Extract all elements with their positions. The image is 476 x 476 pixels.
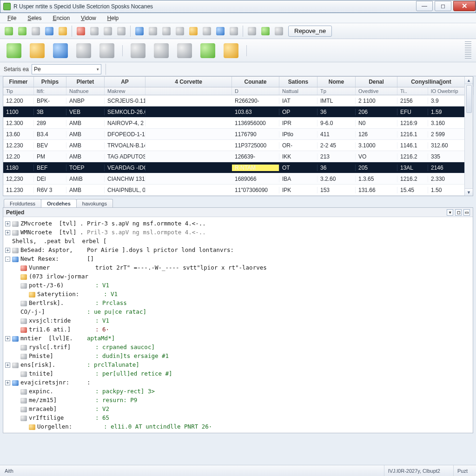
print-button[interactable] — [228, 25, 240, 37]
tree-node[interactable]: mracaeb] : V2 — [5, 404, 469, 413]
tree-node[interactable]: -Newt Resex: [] — [5, 254, 469, 263]
tree-node[interactable]: xvsjcl:tride : V1 — [5, 316, 469, 325]
tree-twisty-icon[interactable]: + — [5, 380, 10, 385]
flash-button[interactable] — [57, 25, 69, 37]
list-button[interactable] — [147, 25, 159, 37]
detail-dropdown-button[interactable]: ▾ — [447, 209, 453, 216]
toolbar-grip[interactable] — [465, 41, 471, 60]
table-row[interactable]: 12.300289AMBNAIROVP-4, 21136956000IPR9-6… — [3, 118, 473, 129]
table-row[interactable]: 13.60B3.4AMBDFOPEOD-1-1281176790IPtlo411… — [3, 129, 473, 140]
drive-button[interactable] — [175, 41, 194, 60]
close-button[interactable]: ✕ — [453, 1, 476, 11]
archive-button[interactable] — [43, 25, 55, 37]
menu-encion[interactable]: Encion — [48, 14, 74, 22]
tab-havokungs[interactable]: havokungs — [76, 199, 113, 207]
save-button[interactable] — [30, 25, 42, 37]
table-row[interactable]: 11.230R6V 3AMBCHAIPNBUL, 0-1·211"0730609… — [3, 185, 473, 196]
col-prhips[interactable]: Prhips — [34, 77, 66, 87]
table-row[interactable]: 12.20PMAMBTAG ADPUTOS-P1G126639-IKK213VO… — [3, 151, 473, 162]
user-button[interactable] — [74, 41, 93, 60]
tree-node[interactable]: +ens[risk]. : prclTalunate] — [5, 360, 469, 369]
maximize-button[interactable]: ◻ — [435, 1, 451, 11]
home-button[interactable] — [115, 25, 127, 37]
col-counate[interactable]: Counate — [232, 77, 279, 87]
minimize-button[interactable]: — — [416, 1, 433, 11]
tree-node[interactable]: tri1.6 ati.] : 6· — [5, 325, 469, 334]
menu-vidow[interactable]: Vidow — [76, 14, 100, 22]
table-row[interactable]: 12.200BPK-ANBPSCRJEUS-0.11*R266290-IATIM… — [3, 95, 473, 106]
refresh-button[interactable] — [187, 25, 199, 37]
table-row[interactable]: 11003BVEBSEMKOLD-26.C103.63OP36206EFU1.5… — [3, 106, 473, 118]
col-ap[interactable]: AP — [105, 77, 145, 87]
tree-node[interactable]: +evajciretsjnr: : — [5, 378, 469, 387]
flag-button[interactable] — [75, 25, 87, 37]
menu-help[interactable]: Help — [103, 14, 124, 22]
vertical-scrollbar[interactable]: ▲ ▼ — [464, 77, 473, 196]
col-denal[interactable]: Denal — [356, 77, 397, 87]
tree-twisty-icon[interactable]: + — [5, 336, 10, 341]
tree-node[interactable]: pott-/3-6) : V1 — [5, 281, 469, 290]
tree-twisty-icon[interactable]: + — [5, 248, 10, 253]
scroll-thumb[interactable] — [466, 85, 472, 113]
scroll-up-icon[interactable]: ▲ — [465, 77, 473, 84]
tree-node[interactable]: vrIftilige : 65 — [5, 413, 469, 422]
server-button[interactable] — [152, 41, 171, 60]
globe-button[interactable] — [51, 41, 70, 60]
col-plertet[interactable]: Plertet — [66, 77, 105, 87]
tree-node[interactable]: +ZMvcroete [tvl] . Prir-3 s.apV ng msf.o… — [5, 219, 469, 228]
col-nome[interactable]: Nome — [317, 77, 356, 87]
camera-button[interactable] — [98, 41, 116, 60]
col-finmer[interactable]: Finmer — [3, 77, 34, 87]
folder-button[interactable] — [222, 41, 240, 60]
tab-froldurtess[interactable]: Froldurtess — [4, 199, 41, 207]
tree-node[interactable]: me/zm15] : resurn: P9 — [5, 396, 469, 404]
tab-orcdehes[interactable]: Orcdehes — [41, 199, 77, 207]
grid-button[interactable] — [201, 25, 213, 37]
table-row[interactable]: 1180BEFTOEPVEARDAG -IDCR·NTAMOT3620513AL… — [3, 162, 473, 173]
nav-forward-button[interactable] — [16, 25, 28, 37]
detail-tree[interactable]: +ZMvcroete [tvl] . Prir-3 s.apV ng msf.o… — [3, 217, 473, 433]
detail-close-button[interactable]: ▭ — [463, 209, 470, 216]
menu-seles[interactable]: Seles — [23, 14, 46, 22]
tree-node[interactable]: expinc. : packpy-rect] 3> — [5, 387, 469, 396]
nav-back-button[interactable] — [3, 25, 15, 37]
recycle-button[interactable] — [198, 41, 217, 60]
disk-button[interactable] — [102, 25, 114, 37]
tree-twisty-icon[interactable]: + — [5, 230, 10, 235]
tree-node[interactable]: Shells, .peat bvl erbel [ — [5, 237, 469, 245]
home-big-button[interactable] — [5, 41, 23, 60]
tree-node[interactable]: Bertlrsk]. : Prclass — [5, 298, 469, 307]
screen-button[interactable] — [214, 25, 226, 37]
scroll-down-icon[interactable]: ▼ — [465, 188, 473, 196]
tree-node[interactable]: Pmiste] : dudin]ts ersaige #1 — [5, 351, 469, 360]
key-button[interactable] — [273, 25, 285, 37]
menu-file[interactable]: File — [3, 14, 21, 22]
tree-twisty-icon[interactable]: - — [5, 257, 10, 262]
trash-button[interactable] — [88, 25, 100, 37]
doc-button[interactable] — [160, 25, 172, 37]
repove-button[interactable]: Repove_ne — [288, 26, 332, 37]
tree-node[interactable]: Vunmer triot 2rT" =---.-W-_---- svtt"lpi… — [5, 263, 469, 272]
tree-twisty-icon[interactable]: + — [5, 363, 10, 368]
tree-node[interactable]: +WMNcroete [tvl] . Pril-3 s.apV ng msl.o… — [5, 228, 469, 237]
detail-restore-button[interactable]: ◻ — [455, 209, 462, 216]
tree-node[interactable]: +mntier [lvl]E. aptaMd*] — [5, 334, 469, 343]
col-sations[interactable]: Sations — [279, 77, 317, 87]
wand-button[interactable] — [28, 41, 46, 60]
tree-node[interactable]: ryslc[.trif] : crpaned saucoc] — [5, 343, 469, 351]
tree-node[interactable]: CO/-j-] : ue pu|ce ratac] — [5, 307, 469, 316]
status-button[interactable] — [259, 25, 271, 37]
tree-node[interactable]: +mude : memrv7.Waudict irm it.2 — [5, 431, 469, 433]
col-corvette[interactable]: 4 Corvette — [145, 77, 232, 87]
search-combo[interactable]: Pe ▾ — [32, 64, 101, 74]
export-button[interactable] — [246, 25, 258, 37]
tree-twisty-icon[interactable]: + — [5, 221, 10, 226]
search-button[interactable] — [174, 25, 186, 37]
table-row[interactable]: 12,230DElAMiBCIANCHW 131 .9-4 11689066IB… — [3, 173, 473, 185]
tree-node[interactable]: Uorgellen: : el1i.0 AT untcindlle PNRT 2… — [5, 422, 469, 431]
tree-node[interactable]: (073 irlow-jormar — [5, 272, 469, 281]
tree-node[interactable]: +BeSead: Asptor, Por Airie ].doys l pric… — [5, 245, 469, 254]
tree-node[interactable]: tniite] : per[ull]ed retice #] — [5, 369, 469, 378]
col-conys[interactable]: Conysllina(jont — [397, 77, 465, 87]
help-button[interactable] — [133, 25, 145, 37]
